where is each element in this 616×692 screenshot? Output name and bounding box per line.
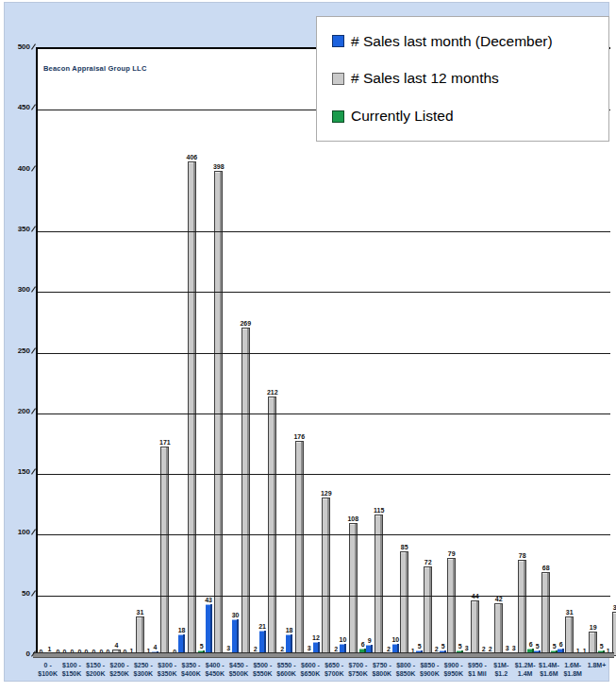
x-axis-label: $1.2M- 1.4M (513, 661, 537, 679)
x-axis-label: $850 - $900K (418, 661, 441, 679)
x-axis-label: $300 - $350K (155, 661, 178, 679)
bar-value-label: 21 (258, 623, 266, 630)
sales-last-12-months-bar (188, 161, 196, 656)
bar-value-label: 3 (512, 645, 516, 651)
bar-value-label: 212 (267, 389, 278, 396)
sales-last-12-months-bar (349, 523, 358, 656)
bar-value-label: 43 (205, 597, 212, 603)
bar-value-label: 3 (308, 645, 311, 651)
bar-value-label: 5 (441, 643, 445, 650)
legend: # Sales last month (December) # Sales la… (316, 16, 609, 142)
x-axis-label: $800 - $850K (393, 661, 417, 679)
bar-value-label: 2 (280, 646, 284, 652)
x-axis-label: $100 - $150K (59, 661, 83, 679)
y-axis-label: 350 (6, 226, 30, 233)
x-axis-label: $900 - $950K (441, 661, 465, 679)
bar-value-label: 19 (590, 624, 597, 631)
bar-value-label: 406 (186, 154, 197, 160)
x-axis-label: $400 - $450K (203, 661, 226, 679)
x-axis-label: $1M- $1.2 (490, 661, 513, 679)
legend-label: Currently Listed (351, 108, 454, 125)
bar-value-label: 18 (286, 627, 293, 633)
bar-value-label: 129 (321, 490, 332, 497)
sales-last-12-months-bar (541, 572, 550, 656)
bar-value-label: 108 (347, 515, 358, 522)
x-axis-label: $650 - $700K (323, 661, 346, 679)
y-axis-label: 150 (6, 468, 30, 476)
bar-value-label: 2 (435, 646, 439, 652)
bar-value-label: 2 (489, 646, 492, 652)
bar-value-label: 2 (254, 646, 258, 652)
y-axis-label: 0 (6, 650, 30, 658)
bar-value-label: 9 (368, 637, 372, 644)
x-axis-line (33, 652, 614, 658)
bar-value-label: 31 (566, 609, 574, 616)
gridline-350 (38, 231, 610, 232)
x-axis-label: $700 - $750K (346, 661, 370, 679)
bar-value-label: 12 (312, 634, 320, 641)
y-axis-label: 200 (6, 408, 30, 415)
y-axis-label: 100 (6, 529, 30, 536)
y-axis-label: 400 (6, 165, 30, 173)
gridline-300 (38, 292, 610, 293)
bar-value-label: 10 (340, 636, 347, 643)
blue-square-icon (332, 35, 344, 47)
bar-value-label: 5 (418, 643, 422, 650)
bar-value-label: 5 (600, 643, 604, 650)
bar-value-label: 79 (448, 550, 456, 557)
bar-value-label: 398 (213, 163, 225, 170)
sales-last-12-months-bar (518, 560, 526, 656)
x-axis-label: $350 - $400K (179, 661, 203, 679)
chart-frame: Beacon Appraisal Group LLC 0100000000401… (0, 0, 616, 692)
x-axis-label: $250 - $300K (131, 661, 155, 679)
bar-value-label: 2 (334, 646, 338, 652)
sales-last-12-months-bar (268, 397, 276, 656)
bar-value-label: 30 (232, 612, 240, 618)
bar-value-label: 6 (361, 641, 365, 648)
bar-value-label: 4 (115, 642, 119, 649)
gridline-200 (38, 414, 610, 414)
bar-value-label: 1 (48, 646, 52, 652)
sales-last-month-bar (232, 619, 239, 656)
sales-last-12-months-bar (322, 498, 330, 656)
bar-value-label: 171 (159, 439, 171, 446)
x-axis-label: $500 - $550K (251, 661, 275, 679)
bar-value-label: 5 (200, 643, 204, 650)
y-axis-label: 450 (6, 104, 30, 111)
legend-item-sales-last-12-months: # Sales last 12 months (332, 70, 608, 87)
bar-value-label: 68 (542, 565, 550, 571)
sales-last-12-months-bar (612, 612, 616, 656)
bar-value-label: 85 (401, 544, 408, 550)
y-axis-label: 250 (6, 347, 30, 355)
bar-value-label: 10 (391, 636, 399, 643)
sales-last-12-months-bar (136, 616, 144, 656)
sales-last-12-months-bar (375, 515, 383, 656)
bar-value-label: 3 (226, 645, 230, 651)
bar-value-label: 5 (536, 643, 540, 650)
sales-last-12-months-bar (400, 551, 408, 656)
x-axis-label: $600 - $650K (298, 661, 322, 679)
bar-value-label: 6 (559, 641, 563, 648)
legend-item-currently-listed: Currently Listed (332, 108, 608, 125)
bar-value-label: 31 (137, 609, 144, 616)
x-axis-label: 0 - $100K (36, 661, 59, 679)
bar-value-label: 2 (387, 646, 391, 652)
sales-last-12-months-bar (447, 558, 456, 656)
bar-value-label: 5 (458, 643, 462, 650)
sales-last-12-months-bar (424, 566, 432, 656)
chart-background: Beacon Appraisal Group LLC 0100000000401… (4, 2, 609, 682)
gridline-50 (38, 596, 610, 597)
bar-value-label: 115 (374, 507, 384, 514)
bar-value-label: 4 (154, 644, 158, 650)
sales-last-12-months-bar (160, 447, 169, 656)
x-axis-label: $200 - $250K (108, 661, 131, 679)
x-axis-label: $450 - $500K (226, 661, 250, 679)
y-axis-label: 500 (6, 43, 30, 51)
bar-value-label: 176 (293, 433, 305, 440)
sales-last-12-months-bar (494, 603, 503, 656)
gridline-100 (38, 534, 610, 535)
gridline-250 (38, 353, 610, 354)
sales-last-12-months-bar (565, 616, 574, 656)
bar-value-label: 3 (506, 645, 509, 651)
x-axis-label: $1.4M- $1.6M (537, 661, 560, 679)
